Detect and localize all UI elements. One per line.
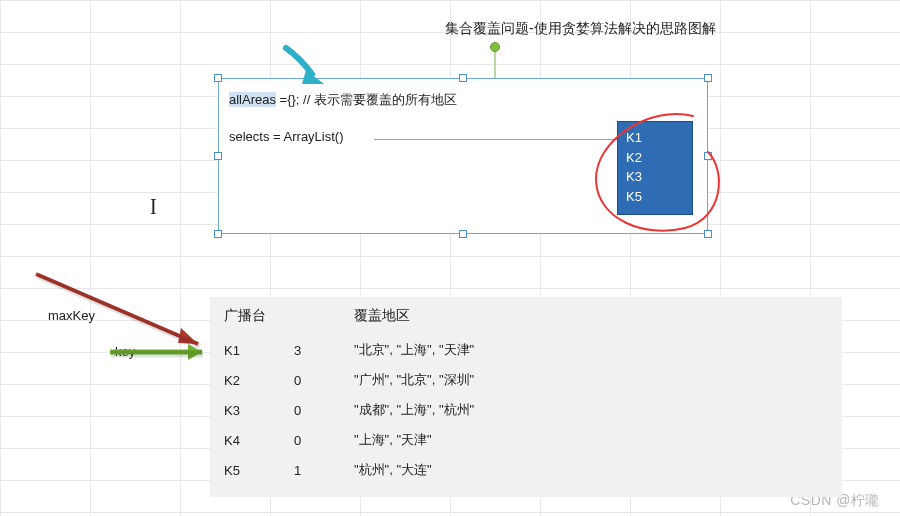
code-line-1-rest: ={}; // 表示需要覆盖的所有地区 (276, 92, 457, 107)
resize-handle-icon[interactable] (214, 230, 222, 238)
station-cell: K4 (220, 425, 290, 455)
table-row: K1 3 "北京", "上海", "天津" (220, 335, 832, 365)
station-table: 广播台 覆盖地区 K1 3 "北京", "上海", "天津" K2 0 "广州"… (210, 297, 842, 497)
resize-handle-icon[interactable] (214, 152, 222, 160)
count-cell: 0 (290, 395, 350, 425)
code-textbox[interactable]: allAreas ={}; // 表示需要覆盖的所有地区 selects = A… (218, 78, 708, 234)
selects-item: K1 (626, 128, 684, 148)
areas-cell: "广州", "北京", "深圳" (350, 365, 832, 395)
diagram-title: 集合覆盖问题-使用贪婪算法解决的思路图解 (445, 20, 716, 38)
table-row: K2 0 "广州", "北京", "深圳" (220, 365, 832, 395)
areas-cell: "杭州", "大连" (350, 455, 832, 485)
code-line-1: allAreas ={}; // 表示需要覆盖的所有地区 (229, 91, 457, 109)
table-row: K3 0 "成都", "上海", "杭州" (220, 395, 832, 425)
code-var-selected: allAreas (229, 92, 276, 107)
text-cursor-icon: I (150, 193, 157, 221)
key-label: key (115, 344, 135, 359)
station-cell: K3 (220, 395, 290, 425)
resize-handle-icon[interactable] (459, 230, 467, 238)
rotation-handle-icon[interactable] (490, 42, 500, 52)
count-cell: 0 (290, 425, 350, 455)
station-cell: K2 (220, 365, 290, 395)
resize-handle-icon[interactable] (459, 74, 467, 82)
station-cell: K5 (220, 455, 290, 485)
count-cell: 1 (290, 455, 350, 485)
table-header-row: 广播台 覆盖地区 (220, 301, 832, 335)
resize-handle-icon[interactable] (704, 230, 712, 238)
selects-item: K5 (626, 187, 684, 207)
resize-handle-icon[interactable] (214, 74, 222, 82)
connector-line (374, 139, 619, 140)
maxkey-label: maxKey (48, 308, 95, 323)
col-station: 广播台 (220, 301, 290, 335)
count-cell: 3 (290, 335, 350, 365)
count-cell: 0 (290, 365, 350, 395)
selects-item: K3 (626, 167, 684, 187)
col-count (290, 301, 350, 335)
areas-cell: "上海", "天津" (350, 425, 832, 455)
table-row: K5 1 "杭州", "大连" (220, 455, 832, 485)
selects-item: K2 (626, 148, 684, 168)
station-cell: K1 (220, 335, 290, 365)
rotation-stem (494, 52, 496, 80)
selects-box: K1 K2 K3 K5 (617, 121, 693, 215)
col-area: 覆盖地区 (350, 301, 832, 335)
table-row: K4 0 "上海", "天津" (220, 425, 832, 455)
code-line-2: selects = ArrayList() (229, 129, 344, 144)
areas-cell: "北京", "上海", "天津" (350, 335, 832, 365)
resize-handle-icon[interactable] (704, 152, 712, 160)
areas-cell: "成都", "上海", "杭州" (350, 395, 832, 425)
resize-handle-icon[interactable] (704, 74, 712, 82)
